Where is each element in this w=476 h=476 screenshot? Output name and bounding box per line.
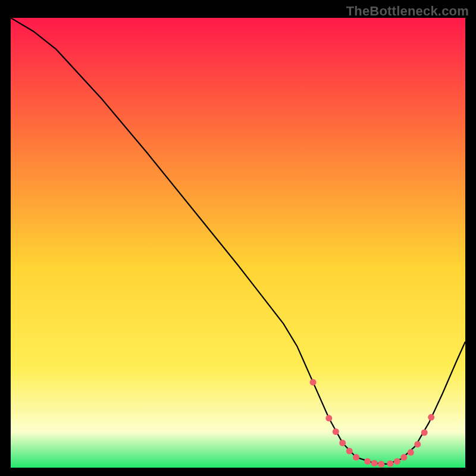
marker-dot: [428, 414, 434, 421]
gradient-background: [11, 18, 465, 468]
bottleneck-chart: [11, 18, 465, 468]
marker-dot: [353, 454, 359, 461]
marker-dot: [364, 458, 371, 465]
marker-dot: [310, 379, 317, 386]
marker-dot: [414, 441, 421, 447]
marker-dot: [394, 458, 400, 465]
marker-dot: [346, 448, 353, 455]
marker-dot: [421, 430, 428, 436]
watermark-text: TheBottleneck.com: [346, 4, 469, 19]
marker-dot: [387, 461, 393, 467]
marker-dot: [378, 461, 384, 468]
marker-dot: [325, 415, 332, 421]
plot-area: [11, 18, 465, 468]
marker-dot: [371, 460, 378, 466]
marker-dot: [339, 440, 346, 446]
marker-dot: [333, 428, 339, 435]
marker-dot: [408, 449, 414, 456]
chart-frame: TheBottleneck.com: [0, 0, 476, 476]
marker-dot: [400, 454, 407, 461]
